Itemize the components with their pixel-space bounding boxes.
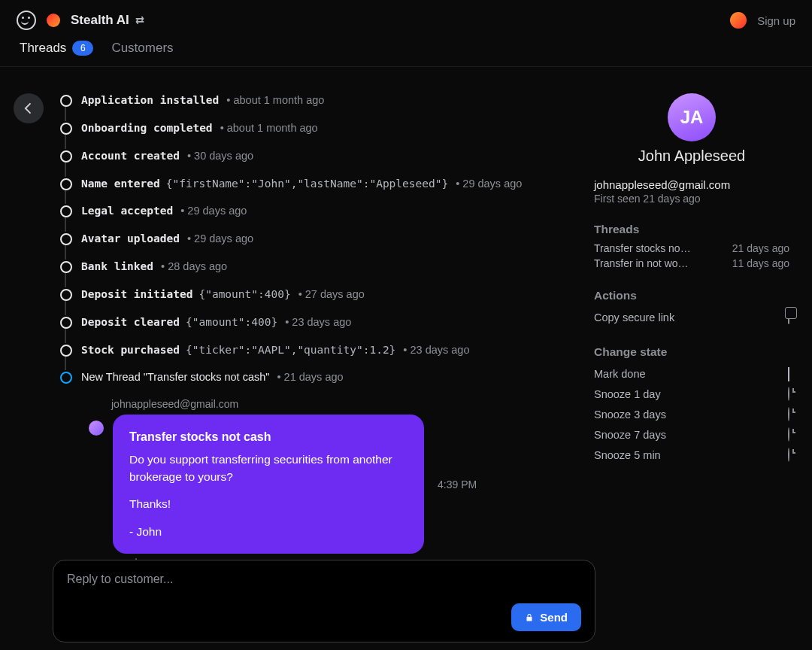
event-time: • 30 days ago — [184, 150, 253, 162]
app-name: Stealth AI — [71, 13, 129, 28]
event-payload: {"amount":400} — [198, 288, 290, 300]
timeline: Application installed • about 1 month ag… — [65, 93, 571, 384]
action-label: Snooze 3 days — [594, 409, 666, 421]
timeline-line — [65, 245, 66, 260]
thread-ago: 11 days ago — [732, 257, 789, 269]
action-label: Snooze 1 day — [594, 388, 661, 400]
timeline-event: Bank linked • 28 days ago — [65, 260, 571, 274]
reply-box[interactable]: Reply to customer... Send — [53, 560, 595, 642]
send-button[interactable]: Send — [511, 603, 581, 631]
workspace-switcher[interactable]: Stealth AI ⇅ — [71, 13, 144, 28]
message-row: Transfer stocks not cash Do you support … — [89, 415, 571, 554]
message-bubble: Transfer stocks not cash Do you support … — [113, 415, 424, 554]
event-title: Legal accepted — [81, 205, 173, 217]
thread-link[interactable]: Transfer in not work...11 days ago — [594, 256, 789, 271]
customer-first-seen: First seen 21 days ago — [594, 193, 789, 205]
timeline-event: Deposit cleared {"amount":400} • 23 days… — [65, 315, 571, 330]
signup-link[interactable]: Sign up — [757, 14, 795, 27]
reply-actions: Send — [67, 603, 581, 631]
timeline-line — [65, 162, 66, 177]
user-orb-icon[interactable] — [730, 12, 747, 29]
timeline-event: Stock purchased {"ticker":"AAPL","quanti… — [65, 343, 571, 357]
timeline-dot-icon — [60, 95, 72, 107]
event-time: • 27 days ago — [295, 288, 365, 300]
top-bar-right: Sign up — [730, 12, 795, 29]
event-payload: {"ticker":"AAPL","quantity":1.2} — [186, 344, 395, 356]
timeline-dot-icon — [60, 345, 72, 357]
message-time: 4:39 PM — [438, 478, 477, 491]
workspace-orb-icon — [47, 14, 60, 27]
tab-threads[interactable]: Threads 6 — [20, 41, 93, 56]
event-time: • 29 days ago — [184, 232, 253, 245]
event-payload: {"firstName":"John","lastName":"Applesee… — [166, 178, 448, 190]
event-time: • 23 days ago — [282, 316, 351, 328]
event-time: • about 1 month ago — [217, 122, 318, 134]
smile-icon[interactable] — [17, 11, 36, 30]
reply-input[interactable]: Reply to customer... — [67, 573, 581, 586]
snooze-option[interactable]: Snooze 1 day — [594, 384, 789, 404]
thread-link[interactable]: Transfer stocks not ...21 days ago — [594, 241, 789, 256]
action-label: Mark done — [594, 368, 646, 380]
timeline-event: Onboarding completed • about 1 month ago — [65, 121, 571, 135]
message-from: johnappleseed@gmail.com — [111, 398, 571, 410]
timeline-event: Avatar uploaded • 29 days ago — [65, 232, 571, 246]
switch-icon: ⇅ — [134, 16, 146, 25]
top-bar: Stealth AI ⇅ Sign up — [0, 0, 812, 38]
thread-name: Transfer stocks not ... — [594, 242, 692, 254]
timeline-event: Account created • 30 days ago — [65, 149, 571, 163]
thread-ago: 21 days ago — [732, 242, 789, 254]
top-bar-left: Stealth AI ⇅ — [17, 11, 144, 30]
timeline-line — [65, 357, 66, 371]
timeline-event: Deposit initiated {"amount":400} • 27 da… — [65, 287, 571, 302]
snooze-option[interactable]: Snooze 3 days — [594, 404, 789, 424]
event-title: Application installed — [81, 94, 219, 106]
timeline-dot-icon — [60, 261, 72, 273]
event-title: Avatar uploaded — [81, 232, 180, 245]
timeline-line — [65, 217, 66, 232]
copy-icon — [788, 311, 789, 323]
event-time: • about 1 month ago — [223, 94, 324, 106]
thread-event-label: New Thread "Transfer stocks not cash" — [81, 371, 269, 383]
event-title: Stock purchased — [81, 344, 180, 356]
event-time: • 29 days ago — [453, 178, 522, 190]
timeline-dot-icon — [60, 205, 72, 217]
timeline-dot-icon — [60, 372, 72, 384]
clock-icon — [788, 408, 789, 421]
timeline-event: Application installed • about 1 month ag… — [65, 93, 571, 108]
timeline-dot-icon — [60, 123, 72, 135]
snooze-option[interactable]: Snooze 5 min — [594, 445, 789, 465]
event-title: Bank linked — [81, 260, 153, 272]
copy-secure-link[interactable]: Copy secure link — [594, 307, 789, 327]
timeline-line — [65, 135, 66, 149]
lock-icon — [525, 613, 534, 622]
mark-done[interactable]: Mark done — [594, 363, 789, 384]
event-time: • 29 days ago — [177, 205, 247, 217]
sender-avatar-icon — [89, 421, 104, 436]
timeline-line — [65, 301, 66, 315]
snooze-option[interactable]: Snooze 7 days — [594, 424, 789, 445]
check-icon — [788, 367, 789, 380]
thread-name: Transfer in not work... — [594, 257, 692, 269]
timeline-dot-icon — [60, 178, 72, 190]
message-body-line: - John — [129, 524, 408, 540]
customer-avatar: JA — [668, 93, 716, 141]
event-payload: {"amount":400} — [186, 316, 277, 328]
event-title: Deposit initiated — [81, 288, 192, 300]
timeline-line — [65, 329, 66, 343]
event-time: • 23 days ago — [400, 344, 469, 356]
state-section-title: Change state — [594, 345, 789, 359]
event-time: • 21 days ago — [274, 371, 343, 383]
clock-icon — [788, 448, 789, 461]
action-label: Snooze 5 min — [594, 449, 661, 461]
message-title: Transfer stocks not cash — [129, 428, 408, 445]
timeline-event: Legal accepted • 29 days ago — [65, 204, 571, 218]
tab-customers[interactable]: Customers — [111, 41, 173, 56]
actions-section-title: Actions — [594, 289, 789, 302]
threads-list: Transfer stocks not ...21 days agoTransf… — [594, 241, 789, 271]
timeline-line — [65, 190, 66, 205]
timeline-line — [65, 273, 66, 287]
side-panel: JA John Appleseed johnappleseed@gmail.co… — [594, 69, 812, 650]
timeline-line — [65, 107, 66, 121]
timeline-dot-icon — [60, 317, 72, 329]
tab-threads-label: Threads — [20, 41, 66, 56]
